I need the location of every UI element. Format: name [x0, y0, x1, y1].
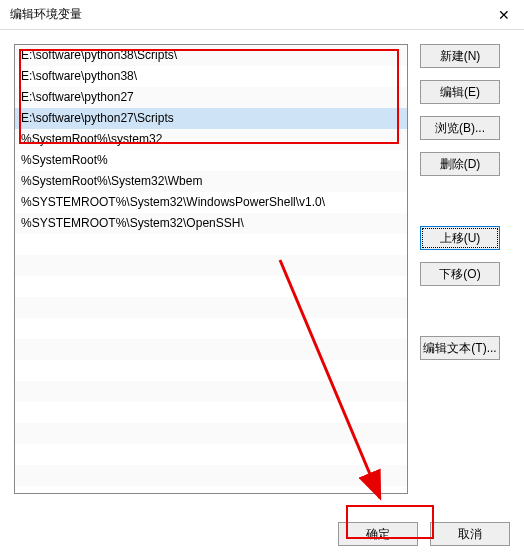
window-title: 编辑环境变量 — [10, 6, 484, 23]
edit-button[interactable]: 编辑(E) — [420, 80, 500, 104]
list-item-empty[interactable] — [15, 381, 407, 402]
movedown-button[interactable]: 下移(O) — [420, 262, 500, 286]
browse-button[interactable]: 浏览(B)... — [420, 116, 500, 140]
edittext-button[interactable]: 编辑文本(T)... — [420, 336, 500, 360]
list-item[interactable]: %SystemRoot%\System32\Wbem — [15, 171, 407, 192]
list-item-empty[interactable] — [15, 276, 407, 297]
path-listbox[interactable]: E:\software\python38\Scripts\E:\software… — [14, 44, 408, 494]
list-item[interactable]: E:\software\python38\ — [15, 66, 407, 87]
close-button[interactable]: ✕ — [484, 0, 524, 30]
list-item-empty[interactable] — [15, 339, 407, 360]
list-item-empty[interactable] — [15, 465, 407, 486]
close-icon: ✕ — [498, 7, 510, 23]
dialog-content: E:\software\python38\Scripts\E:\software… — [0, 30, 524, 508]
list-item[interactable]: %SYSTEMROOT%\System32\WindowsPowerShell\… — [15, 192, 407, 213]
list-item-empty[interactable] — [15, 402, 407, 423]
new-button[interactable]: 新建(N) — [420, 44, 500, 68]
list-item[interactable]: E:\software\python27\Scripts — [15, 108, 407, 129]
list-item-empty[interactable] — [15, 423, 407, 444]
dialog-footer: 确定 取消 — [338, 522, 510, 546]
delete-button[interactable]: 删除(D) — [420, 152, 500, 176]
cancel-button[interactable]: 取消 — [430, 522, 510, 546]
list-item[interactable]: %SystemRoot% — [15, 150, 407, 171]
list-item[interactable]: E:\software\python38\Scripts\ — [15, 45, 407, 66]
list-item-empty[interactable] — [15, 318, 407, 339]
list-item-empty[interactable] — [15, 234, 407, 255]
list-item-empty[interactable] — [15, 360, 407, 381]
list-item[interactable]: %SYSTEMROOT%\System32\OpenSSH\ — [15, 213, 407, 234]
list-item[interactable]: %SystemRoot%\system32 — [15, 129, 407, 150]
button-column: 新建(N) 编辑(E) 浏览(B)... 删除(D) 上移(U) 下移(O) 编… — [420, 44, 500, 494]
title-bar: 编辑环境变量 ✕ — [0, 0, 524, 30]
list-item[interactable]: E:\software\python27 — [15, 87, 407, 108]
list-item-empty[interactable] — [15, 297, 407, 318]
list-item-empty[interactable] — [15, 255, 407, 276]
list-item-empty[interactable] — [15, 444, 407, 465]
moveup-button[interactable]: 上移(U) — [420, 226, 500, 250]
ok-button[interactable]: 确定 — [338, 522, 418, 546]
